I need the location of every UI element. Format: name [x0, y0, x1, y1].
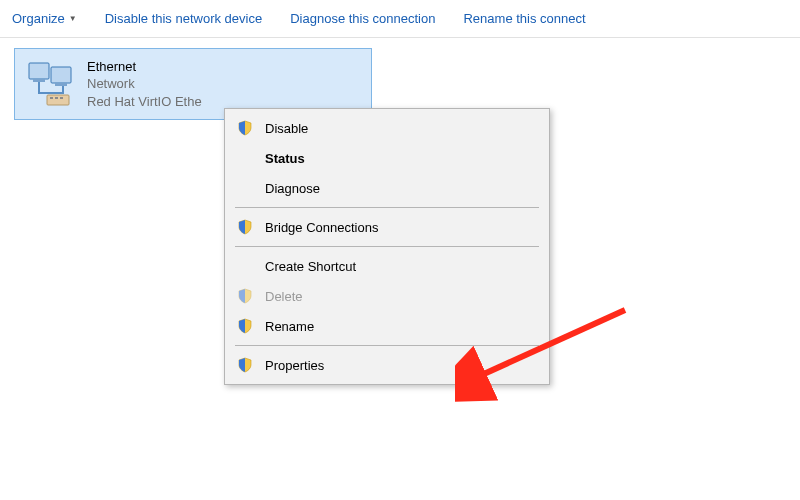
rename-label: Rename this connect	[463, 11, 585, 26]
menu-disable-label: Disable	[265, 121, 308, 136]
adapter-description: Red Hat VirtIO Ethe	[87, 93, 202, 111]
menu-diagnose-label: Diagnose	[265, 181, 320, 196]
chevron-down-icon: ▼	[69, 14, 77, 23]
shield-icon	[235, 316, 255, 336]
adapter-text-block: Ethernet Network Red Hat VirtIO Ethe	[87, 58, 202, 111]
svg-rect-0	[29, 63, 49, 79]
menu-shortcut[interactable]: Create Shortcut	[227, 251, 547, 281]
blank-icon	[235, 256, 255, 276]
shield-icon	[235, 355, 255, 375]
menu-separator	[235, 345, 539, 346]
svg-rect-1	[51, 67, 71, 83]
disable-device-button[interactable]: Disable this network device	[105, 11, 263, 26]
svg-rect-6	[55, 97, 58, 99]
menu-delete: Delete	[227, 281, 547, 311]
organize-menu[interactable]: Organize ▼	[12, 11, 77, 26]
menu-delete-label: Delete	[265, 289, 303, 304]
menu-status-label: Status	[265, 151, 305, 166]
rename-button[interactable]: Rename this connect	[463, 11, 585, 26]
disable-device-label: Disable this network device	[105, 11, 263, 26]
toolbar: Organize ▼ Disable this network device D…	[0, 0, 800, 38]
menu-bridge-label: Bridge Connections	[265, 220, 378, 235]
menu-status[interactable]: Status	[227, 143, 547, 173]
menu-separator	[235, 246, 539, 247]
menu-rename-label: Rename	[265, 319, 314, 334]
blank-icon	[235, 178, 255, 198]
svg-rect-5	[50, 97, 53, 99]
diagnose-button[interactable]: Diagnose this connection	[290, 11, 435, 26]
menu-rename[interactable]: Rename	[227, 311, 547, 341]
diagnose-label: Diagnose this connection	[290, 11, 435, 26]
adapter-network: Network	[87, 75, 202, 93]
organize-label: Organize	[12, 11, 65, 26]
menu-shortcut-label: Create Shortcut	[265, 259, 356, 274]
shield-icon	[235, 286, 255, 306]
svg-rect-2	[33, 79, 45, 82]
adapter-name: Ethernet	[87, 58, 202, 76]
menu-disable[interactable]: Disable	[227, 113, 547, 143]
context-menu: Disable Status Diagnose Bridge Connectio…	[224, 108, 550, 385]
svg-rect-7	[60, 97, 63, 99]
shield-icon	[235, 118, 255, 138]
network-adapter-icon	[23, 57, 77, 111]
menu-diagnose[interactable]: Diagnose	[227, 173, 547, 203]
svg-rect-4	[47, 95, 69, 105]
menu-properties-label: Properties	[265, 358, 324, 373]
menu-properties[interactable]: Properties	[227, 350, 547, 380]
svg-rect-3	[55, 83, 67, 86]
blank-icon	[235, 148, 255, 168]
menu-bridge[interactable]: Bridge Connections	[227, 212, 547, 242]
shield-icon	[235, 217, 255, 237]
menu-separator	[235, 207, 539, 208]
